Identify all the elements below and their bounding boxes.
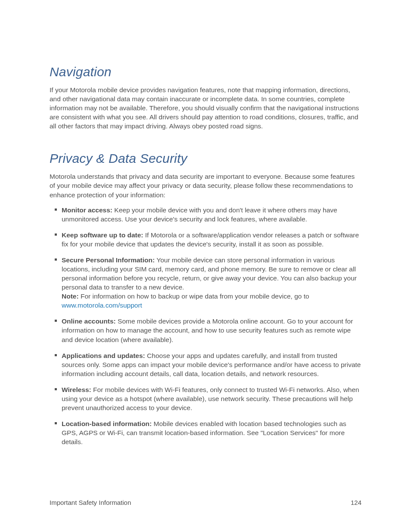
bullet-lead: Wireless: xyxy=(62,386,91,393)
list-item: Online accounts: Some mobile devices pro… xyxy=(62,317,361,344)
list-item: Secure Personal Information: Your mobile… xyxy=(62,255,361,310)
footer-page-number: 124 xyxy=(351,499,361,506)
privacy-bullet-list: Monitor access: Keep your mobile device … xyxy=(50,205,361,447)
bullet-lead: Location-based information: xyxy=(62,420,152,427)
paragraph-navigation: If your Motorola mobile device provides … xyxy=(50,85,361,131)
bullet-lead: Applications and updates: xyxy=(62,352,145,359)
page-footer: Important Safety Information 124 xyxy=(50,499,361,506)
footer-title: Important Safety Information xyxy=(50,499,131,506)
paragraph-privacy-intro: Motorola understands that privacy and da… xyxy=(50,172,361,199)
list-item: Applications and updates: Choose your ap… xyxy=(62,351,361,378)
list-item: Monitor access: Keep your mobile device … xyxy=(62,205,361,224)
document-page: Navigation If your Motorola mobile devic… xyxy=(0,0,411,532)
list-item: Location-based information: Mobile devic… xyxy=(62,419,361,446)
heading-navigation: Navigation xyxy=(50,65,361,79)
bullet-lead: Monitor access: xyxy=(62,206,112,214)
note-text: For information on how to backup or wipe… xyxy=(79,292,309,300)
list-item: Wireless: For mobile devices with Wi-Fi … xyxy=(62,385,361,412)
bullet-lead: Secure Personal Information: xyxy=(62,256,155,264)
support-link[interactable]: www.motorola.com/support xyxy=(62,302,142,309)
bullet-lead: Keep software up to date: xyxy=(62,231,143,239)
list-item: Keep software up to date: If Motorola or… xyxy=(62,230,361,249)
note-label: Note: xyxy=(62,292,79,300)
heading-privacy: Privacy & Data Security xyxy=(50,151,361,166)
bullet-lead: Online accounts: xyxy=(62,317,116,325)
bullet-text: For mobile devices with Wi-Fi features, … xyxy=(62,386,359,411)
